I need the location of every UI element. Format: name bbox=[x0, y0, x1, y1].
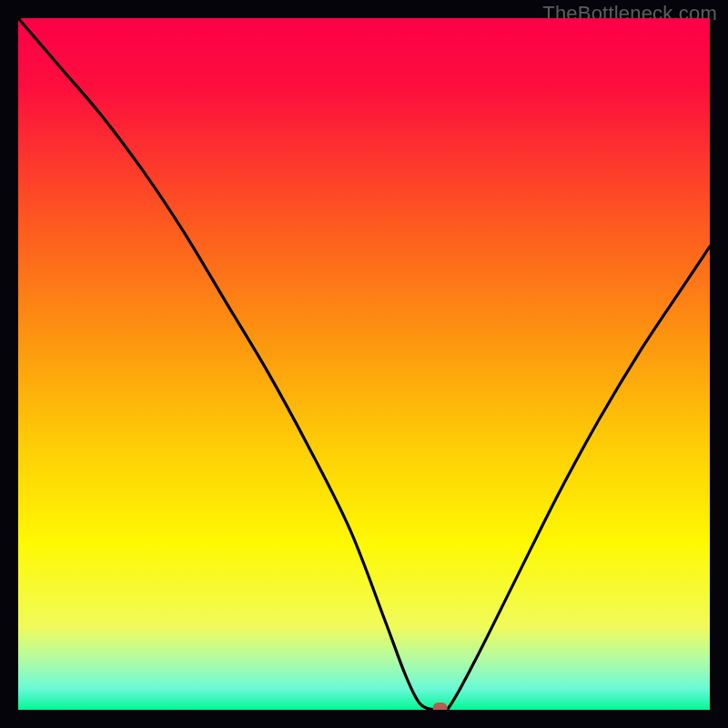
chart-stage: TheBottleneck.com bbox=[0, 0, 728, 728]
chart-svg bbox=[18, 18, 710, 710]
bottleneck-marker bbox=[433, 703, 448, 710]
plot-area bbox=[18, 18, 710, 710]
gradient-background bbox=[18, 18, 710, 710]
